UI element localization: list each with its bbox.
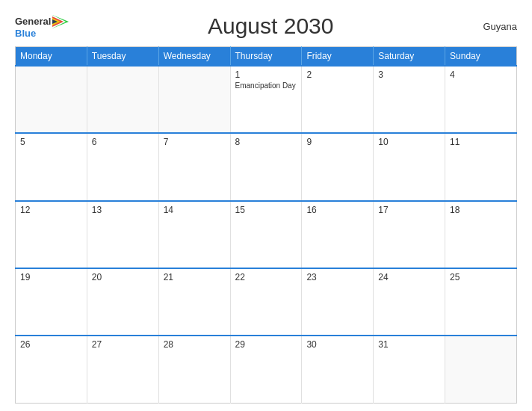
calendar-page: General Blue August 2030 Guyana Monday T… [0, 0, 532, 411]
day-cell: 18 [445, 201, 517, 268]
day-cell: 28 [158, 336, 230, 403]
week-row-5: 262728293031 [16, 336, 517, 403]
week-row-2: 567891011 [16, 133, 517, 200]
col-thursday: Thursday [230, 47, 302, 67]
day-number: 23 [306, 272, 368, 282]
month-title: August 2030 [69, 13, 472, 39]
day-number: 3 [378, 69, 440, 80]
day-number: 14 [164, 205, 226, 215]
day-cell: 15 [230, 201, 302, 268]
days-header-row: Monday Tuesday Wednesday Thursday Friday… [16, 47, 517, 67]
col-monday: Monday [16, 47, 87, 67]
day-number: 31 [378, 339, 440, 350]
day-number: 6 [92, 137, 154, 147]
day-number: 4 [450, 69, 512, 80]
day-cell: 31 [374, 336, 445, 403]
day-cell: 10 [374, 133, 445, 200]
day-cell: 8 [230, 133, 302, 200]
day-number: 8 [235, 137, 297, 147]
week-row-1: 1Emancipation Day234 [16, 66, 517, 133]
day-number: 2 [306, 69, 368, 80]
day-number: 20 [92, 272, 154, 282]
day-cell: 5 [16, 133, 87, 200]
day-number: 13 [92, 205, 154, 215]
day-cell: 24 [374, 268, 445, 336]
day-cell: 22 [230, 268, 302, 336]
day-number: 25 [450, 272, 512, 282]
day-cell: 3 [374, 66, 445, 133]
day-cell: 29 [230, 336, 302, 403]
day-cell: 20 [87, 268, 158, 336]
week-row-4: 19202122232425 [16, 268, 517, 336]
day-cell: 2 [302, 66, 374, 133]
header: General Blue August 2030 Guyana [15, 13, 517, 39]
day-number: 26 [20, 339, 82, 350]
day-number: 11 [450, 137, 512, 147]
day-cell: 19 [16, 268, 87, 336]
day-cell [87, 66, 158, 133]
day-cell: 11 [445, 133, 517, 200]
col-tuesday: Tuesday [87, 47, 158, 67]
day-cell: 25 [445, 268, 517, 336]
day-number: 15 [235, 205, 297, 215]
day-cell: 17 [374, 201, 445, 268]
day-cell: 26 [16, 336, 87, 403]
day-number: 5 [20, 137, 82, 147]
day-cell: 27 [87, 336, 158, 403]
day-cell: 9 [302, 133, 374, 200]
day-cell: 1Emancipation Day [230, 66, 302, 133]
day-number: 29 [235, 339, 297, 350]
col-saturday: Saturday [374, 47, 445, 67]
col-wednesday: Wednesday [158, 47, 230, 67]
col-sunday: Sunday [445, 47, 517, 67]
day-cell [16, 66, 87, 133]
day-cell: 21 [158, 268, 230, 336]
day-cell: 16 [302, 201, 374, 268]
day-cell [445, 336, 517, 403]
day-cell: 12 [16, 201, 87, 268]
country-label: Guyana [472, 21, 517, 32]
logo-general: General [15, 16, 51, 26]
week-row-3: 12131415161718 [16, 201, 517, 268]
day-number: 9 [306, 137, 368, 147]
day-cell: 30 [302, 336, 374, 403]
day-number: 19 [20, 272, 82, 282]
logo-blue: Blue [15, 28, 36, 38]
day-number: 21 [164, 272, 226, 282]
day-number: 7 [164, 137, 226, 147]
col-friday: Friday [302, 47, 374, 67]
day-cell: 4 [445, 66, 517, 133]
day-cell: 14 [158, 201, 230, 268]
logo: General Blue [15, 15, 69, 38]
day-cell: 13 [87, 201, 158, 268]
day-number: 16 [306, 205, 368, 215]
day-number: 22 [235, 272, 297, 282]
day-cell: 7 [158, 133, 230, 200]
day-cell [158, 66, 230, 133]
day-number: 17 [378, 205, 440, 215]
day-number: 18 [450, 205, 512, 215]
day-event: Emancipation Day [235, 81, 297, 90]
day-number: 28 [164, 339, 226, 350]
day-number: 24 [378, 272, 440, 282]
day-cell: 23 [302, 268, 374, 336]
calendar-table: Monday Tuesday Wednesday Thursday Friday… [15, 46, 517, 404]
day-number: 27 [92, 339, 154, 350]
logo-flag-icon [52, 15, 69, 28]
day-cell: 6 [87, 133, 158, 200]
day-number: 12 [20, 205, 82, 215]
day-number: 30 [306, 339, 368, 350]
day-number: 1 [235, 69, 297, 80]
day-number: 10 [378, 137, 440, 147]
